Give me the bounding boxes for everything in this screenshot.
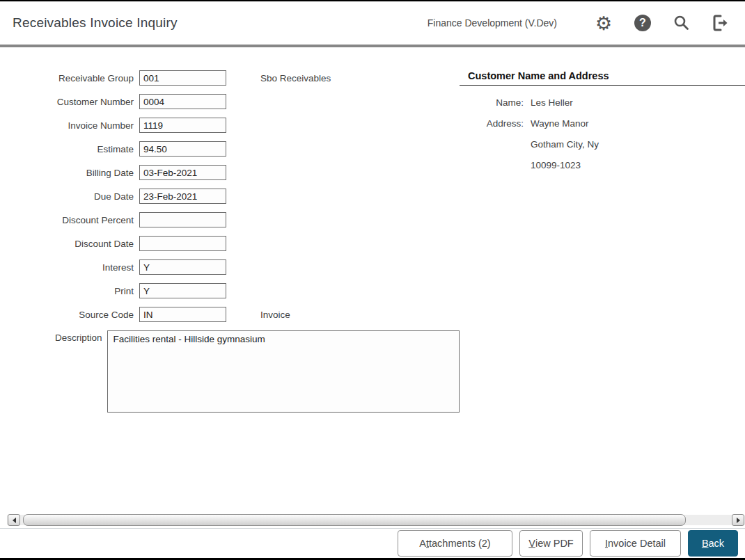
sign-out-icon [711, 14, 730, 32]
horizontal-scrollbar[interactable] [7, 514, 745, 526]
customer-number-label: Customer Number [0, 97, 134, 107]
sign-out-button[interactable] [710, 13, 731, 33]
help-icon: ? [634, 15, 651, 31]
field-row-billing-date: Billing Date [0, 165, 460, 180]
billing-date-label: Billing Date [0, 168, 134, 178]
discount-date-label: Discount Date [0, 239, 134, 249]
receivable-group-description: Sbo Receivables [260, 73, 331, 83]
help-button[interactable]: ? [632, 13, 653, 33]
invoice-form: Receivable Group Sbo Receivables Custome… [0, 70, 460, 421]
arrow-left-icon [13, 518, 16, 523]
field-row-invoice-number: Invoice Number [0, 118, 460, 133]
scrollbar-thumb[interactable] [23, 514, 686, 526]
customer-address-row: 10099-1023 [460, 159, 745, 171]
search-button[interactable] [671, 13, 692, 33]
invoice-detail-button[interactable]: Invoice Detail [590, 530, 681, 557]
search-icon [673, 14, 691, 32]
customer-name-label: Name: [460, 97, 524, 109]
field-row-due-date: Due Date [0, 189, 460, 204]
back-button[interactable]: Back [688, 530, 738, 557]
header-bar: Receivables Invoice Inquiry Finance Deve… [0, 1, 745, 45]
discount-percent-input[interactable] [139, 212, 226, 227]
invoice-number-input[interactable] [139, 118, 226, 133]
customer-address-line-1: Wayne Manor [531, 118, 589, 129]
estimate-label: Estimate [0, 144, 134, 154]
header-actions: Finance Development (V.Dev) ⚙ ? [428, 13, 731, 33]
receivable-group-label: Receivable Group [0, 73, 134, 83]
customer-details: Name: Les Heller Address: Wayne Manor Go… [460, 97, 745, 171]
interest-label: Interest [0, 262, 134, 273]
interest-input[interactable] [139, 259, 226, 275]
customer-number-input[interactable] [139, 94, 226, 109]
page-title: Receivables Invoice Inquiry [13, 15, 178, 31]
view-pdf-button[interactable]: View PDF [519, 530, 583, 557]
footer-button-bar: Attachments (2) View PDF Invoice Detail … [398, 530, 738, 557]
source-code-description: Invoice [260, 310, 290, 320]
customer-address-line-3: 10099-1023 [531, 159, 581, 171]
arrow-right-icon [737, 518, 740, 523]
customer-address-row: Gotham City, Ny [460, 138, 745, 150]
settings-button[interactable]: ⚙ [593, 13, 614, 33]
due-date-input[interactable] [139, 189, 226, 204]
estimate-input[interactable] [139, 141, 226, 157]
billing-date-input[interactable] [139, 165, 226, 180]
field-row-interest: Interest [0, 259, 460, 275]
field-row-customer-number: Customer Number [0, 94, 460, 109]
print-input[interactable] [139, 283, 226, 298]
environment-label: Finance Development (V.Dev) [428, 17, 557, 29]
field-row-estimate: Estimate [0, 141, 460, 157]
header-divider [0, 45, 745, 47]
customer-panel: Customer Name and Address Name: Les Hell… [460, 70, 745, 180]
customer-address-row: Address: Wayne Manor [460, 118, 745, 129]
customer-address-label: Address: [460, 118, 524, 129]
description-textarea[interactable]: Facilities rental - Hillside gymnasium [107, 330, 460, 413]
field-row-discount-percent: Discount Percent [0, 212, 460, 227]
field-row-print: Print [0, 283, 460, 298]
customer-panel-title: Customer Name and Address [460, 70, 745, 86]
gear-icon: ⚙ [595, 14, 612, 33]
field-row-description: Description Facilities rental - Hillside… [0, 330, 460, 413]
field-row-discount-date: Discount Date [0, 236, 460, 251]
discount-date-input[interactable] [139, 236, 226, 251]
field-row-source-code: Source Code Invoice [0, 307, 460, 322]
customer-name-value: Les Heller [531, 97, 573, 109]
source-code-input[interactable] [139, 307, 226, 322]
receivable-group-input[interactable] [139, 70, 226, 86]
description-label: Description [0, 330, 102, 346]
customer-address-line-2: Gotham City, Ny [531, 138, 599, 150]
attachments-button[interactable]: Attachments (2) [398, 530, 512, 557]
scroll-right-button[interactable] [732, 514, 744, 526]
discount-percent-label: Discount Percent [0, 215, 134, 225]
customer-name-row: Name: Les Heller [460, 97, 745, 109]
source-code-label: Source Code [0, 310, 134, 320]
print-label: Print [0, 286, 134, 296]
field-row-receivable-group: Receivable Group Sbo Receivables [0, 70, 460, 86]
due-date-label: Due Date [0, 191, 134, 202]
invoice-number-label: Invoice Number [0, 120, 134, 131]
receivables-invoice-inquiry-window: Receivables Invoice Inquiry Finance Deve… [0, 0, 745, 560]
scroll-left-button[interactable] [8, 514, 20, 526]
footer-divider [0, 528, 745, 529]
